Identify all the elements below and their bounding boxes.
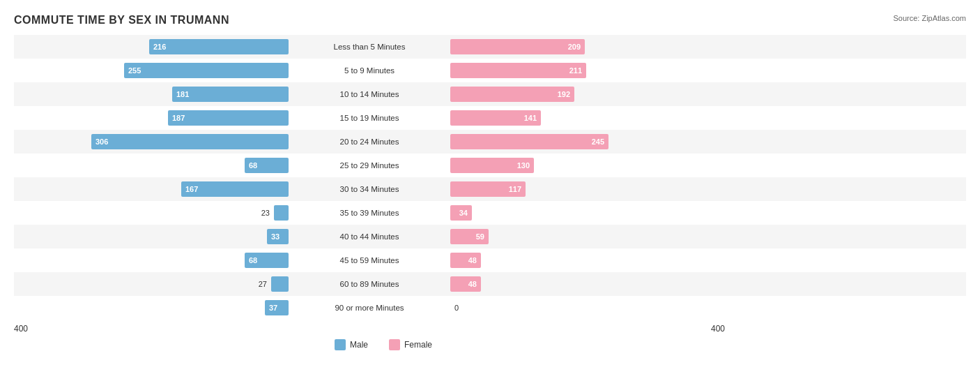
left-bar-wrap: 68 <box>24 253 289 268</box>
male-value: 37 <box>269 304 277 312</box>
legend: Male Female <box>28 339 739 350</box>
table-row: 187 15 to 19 Minutes 141 <box>14 106 966 130</box>
row-label: 20 to 24 Minutes <box>293 137 446 146</box>
table-row: 37 90 or more Minutes 0 <box>14 296 966 320</box>
row-label: 60 to 89 Minutes <box>293 280 446 288</box>
right-bar-wrap: 211 <box>450 63 715 78</box>
male-value: 306 <box>95 137 108 146</box>
left-bar-wrap: 27 <box>24 276 289 292</box>
right-section: 192 <box>446 82 725 106</box>
male-bar: 167 <box>181 181 289 197</box>
row-label: Less than 5 Minutes <box>293 43 446 51</box>
left-bar-wrap: 167 <box>24 181 289 197</box>
left-bar-wrap: 23 <box>24 205 289 221</box>
left-bar-wrap: 255 <box>24 63 289 78</box>
left-section: 23 <box>14 201 293 225</box>
row-label: 15 to 19 Minutes <box>293 114 446 122</box>
left-section: 167 <box>14 177 293 201</box>
table-row: 181 10 to 14 Minutes 192 <box>14 82 966 106</box>
left-section: 187 <box>14 106 293 130</box>
male-bar: 306 <box>91 134 289 149</box>
left-section: 306 <box>14 130 293 154</box>
table-row: 33 40 to 44 Minutes 59 <box>14 225 966 248</box>
female-bar: 209 <box>450 39 585 54</box>
table-row: 306 20 to 24 Minutes 245 <box>14 130 966 154</box>
male-value: 181 <box>176 90 189 98</box>
right-section: 48 <box>446 248 725 272</box>
right-section: 245 <box>446 130 725 154</box>
table-row: 216 Less than 5 Minutes 209 <box>14 35 966 59</box>
female-bar: 34 <box>450 205 472 221</box>
axis-left-label: 400 <box>14 324 293 334</box>
row-label: 40 to 44 Minutes <box>293 232 446 241</box>
left-section: 68 <box>14 248 293 272</box>
legend-female: Female <box>389 339 432 350</box>
male-bar: 37 <box>265 300 289 315</box>
left-bar-wrap: 187 <box>24 110 289 126</box>
female-bar: 59 <box>450 229 489 244</box>
bars-area: 216 Less than 5 Minutes 209 255 <box>14 35 966 320</box>
table-row: 27 60 to 89 Minutes 48 <box>14 272 966 296</box>
female-value: 209 <box>568 43 581 51</box>
female-bar: 130 <box>450 158 534 173</box>
axis-right-label: 400 <box>446 324 725 334</box>
left-bar-wrap: 216 <box>24 39 289 54</box>
right-section: 209 <box>446 35 725 59</box>
male-bar <box>274 205 289 221</box>
male-bar: 68 <box>245 158 289 173</box>
left-bar-wrap: 181 <box>24 87 289 102</box>
table-row: 68 25 to 29 Minutes 130 <box>14 154 966 177</box>
male-value: 216 <box>153 43 166 51</box>
chart-container: COMMUTE TIME BY SEX IN TRUMANN Source: Z… <box>0 0 980 365</box>
right-section: 0 <box>446 296 725 320</box>
row-label: 5 to 9 Minutes <box>293 66 446 75</box>
row-label: 25 to 29 Minutes <box>293 161 446 170</box>
female-value: 0 <box>454 304 459 312</box>
right-bar-wrap: 130 <box>450 158 715 173</box>
right-section: 117 <box>446 177 725 201</box>
male-value: 255 <box>128 66 141 75</box>
left-section: 37 <box>14 296 293 320</box>
legend-male: Male <box>335 339 368 350</box>
right-bar-wrap: 141 <box>450 110 715 126</box>
left-bar-wrap: 37 <box>24 300 289 315</box>
male-value: 27 <box>259 280 267 288</box>
table-row: 255 5 to 9 Minutes 211 <box>14 59 966 82</box>
left-section: 27 <box>14 272 293 296</box>
left-section: 68 <box>14 154 293 177</box>
female-value: 117 <box>509 185 521 193</box>
female-value: 130 <box>517 161 530 170</box>
right-bar-wrap: 117 <box>450 181 715 197</box>
male-value: 68 <box>249 161 257 170</box>
female-bar: 48 <box>450 253 481 268</box>
male-value: 68 <box>249 256 257 265</box>
female-value: 141 <box>524 114 537 122</box>
right-section: 48 <box>446 272 725 296</box>
left-section: 216 <box>14 35 293 59</box>
male-bar: 68 <box>245 253 289 268</box>
female-value: 245 <box>592 137 604 146</box>
table-row: 167 30 to 34 Minutes 117 <box>14 177 966 201</box>
male-value: 167 <box>185 185 198 193</box>
right-bar-wrap: 34 <box>450 205 715 221</box>
left-bar-wrap: 33 <box>24 229 289 244</box>
male-bar: 216 <box>149 39 289 54</box>
left-section: 181 <box>14 82 293 106</box>
left-section: 33 <box>14 225 293 248</box>
legend-female-box <box>389 339 400 350</box>
right-section: 34 <box>446 201 725 225</box>
right-section: 141 <box>446 106 725 130</box>
male-bar <box>271 276 289 292</box>
male-bar: 33 <box>267 229 289 244</box>
male-bar: 181 <box>172 87 289 102</box>
right-bar-wrap: 0 <box>450 300 715 315</box>
male-value: 33 <box>271 232 280 241</box>
chart-title: COMMUTE TIME BY SEX IN TRUMANN <box>14 14 966 27</box>
right-bar-wrap: 192 <box>450 87 715 102</box>
female-value: 192 <box>558 90 570 98</box>
row-label: 30 to 34 Minutes <box>293 185 446 193</box>
row-label: 10 to 14 Minutes <box>293 90 446 98</box>
row-label: 45 to 59 Minutes <box>293 256 446 265</box>
right-section: 211 <box>446 59 725 82</box>
legend-male-label: Male <box>350 340 368 350</box>
